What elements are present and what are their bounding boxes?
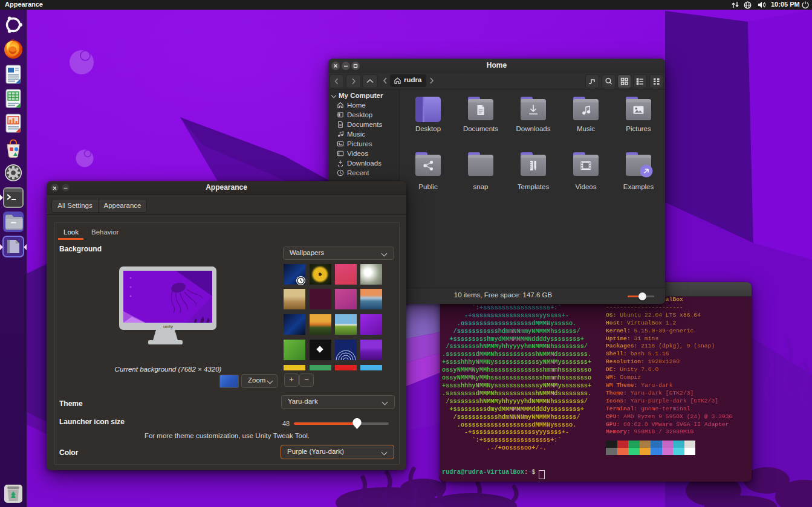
- svg-text:unity: unity: [163, 324, 173, 329]
